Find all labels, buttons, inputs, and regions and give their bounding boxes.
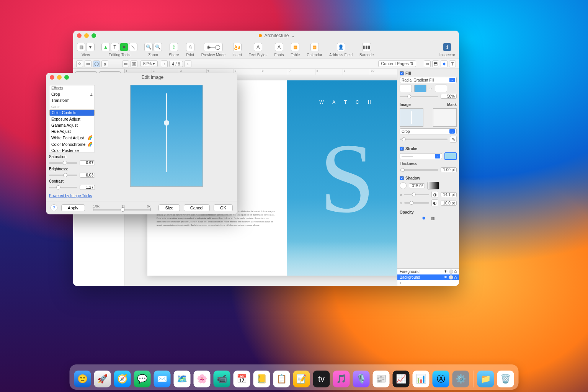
dock-contacts-icon[interactable]: 📒 bbox=[253, 371, 270, 387]
minimize-icon[interactable] bbox=[84, 33, 89, 38]
insp-tab-text-icon[interactable]: T bbox=[449, 60, 456, 67]
help-button[interactable]: ? bbox=[51, 204, 57, 211]
fill-opacity-slider[interactable] bbox=[400, 96, 438, 97]
brightness-value[interactable]: 0.03 bbox=[80, 173, 95, 178]
image-edit-button[interactable]: ✎ bbox=[450, 136, 457, 143]
nav-text-icon[interactable]: a bbox=[101, 60, 108, 67]
effect-white-point-adjust[interactable]: White Point Adjust🌈 bbox=[49, 134, 95, 141]
fill-center-swatch[interactable] bbox=[400, 85, 412, 92]
dock-facetime-icon[interactable]: 📹 bbox=[214, 371, 230, 387]
contrast-slider[interactable] bbox=[49, 187, 77, 188]
stroke-color-swatch[interactable] bbox=[444, 152, 457, 160]
insp-tab-geom-icon[interactable]: ⬒ bbox=[432, 60, 439, 67]
cancel-button[interactable]: Cancel bbox=[184, 204, 210, 211]
shadow-blur-value[interactable]: 10.0 pt bbox=[441, 201, 457, 206]
fill-checkbox[interactable]: ✓ bbox=[400, 71, 404, 75]
effect-gamma-adjust[interactable]: Gamma Adjust bbox=[49, 122, 95, 128]
view-sidebar-button[interactable]: ▥ bbox=[77, 43, 85, 51]
shadow-color-swatch[interactable] bbox=[427, 182, 439, 189]
dock-photos-icon[interactable]: 🌸 bbox=[194, 371, 211, 387]
line-tool-button[interactable]: ＼ bbox=[129, 43, 137, 51]
nav-home-icon[interactable]: ☆ bbox=[76, 60, 83, 67]
preview-mode-button[interactable]: ◉—◯ bbox=[204, 43, 223, 51]
dock-safari-icon[interactable]: 🧭 bbox=[114, 371, 131, 387]
layout-spread-icon[interactable]: ▯▯ bbox=[131, 60, 137, 67]
effect-color-monochrome[interactable]: Color Monochrome🌈 bbox=[49, 141, 95, 147]
saturation-slider[interactable] bbox=[49, 162, 77, 164]
dialog-close-icon[interactable] bbox=[50, 75, 54, 80]
dock-music-icon[interactable]: 🎵 bbox=[333, 371, 350, 387]
chevron-down-icon[interactable]: ⌄ bbox=[291, 33, 295, 38]
effect-exposure-adjust[interactable]: Exposure Adjust bbox=[49, 116, 95, 122]
inspector-button[interactable]: ℹ bbox=[443, 43, 451, 51]
calendar-button[interactable]: ▦ bbox=[310, 43, 319, 51]
layer-background[interactable]: Background👁 ⚪ ⎙ bbox=[397, 274, 459, 280]
insp-tab-doc-icon[interactable]: ▭ bbox=[424, 60, 431, 67]
image-mode-dropdown[interactable]: Crop⌄ bbox=[400, 128, 457, 134]
insert-button[interactable]: A̲a bbox=[233, 43, 242, 51]
dock-launchpad-icon[interactable]: 🚀 bbox=[94, 371, 111, 387]
shape-tool-button[interactable]: ■ bbox=[120, 43, 128, 51]
opacity-mode-grid-icon[interactable]: ▦ bbox=[431, 216, 434, 220]
ok-button[interactable]: OK bbox=[214, 204, 233, 211]
dock-downloads-icon[interactable]: 📁 bbox=[477, 371, 494, 387]
shadow-offset-value[interactable]: 14.1 pt bbox=[441, 192, 457, 197]
content-pages-dropdown[interactable]: Content Pages ⇅ bbox=[378, 60, 416, 67]
size-button[interactable]: Size bbox=[158, 204, 180, 211]
dock-tv-icon[interactable]: tv bbox=[313, 371, 330, 387]
view-dropdown-button[interactable]: ▾ bbox=[86, 43, 95, 51]
dock-news-icon[interactable]: 📰 bbox=[373, 371, 390, 387]
dialog-zoom-icon[interactable] bbox=[64, 75, 69, 80]
dock-podcasts-icon[interactable]: 🎙️ bbox=[353, 371, 370, 387]
fill-opacity-value[interactable]: 50% bbox=[441, 94, 457, 99]
layer-foreground[interactable]: Foreground👁 ⚪ ⎙ bbox=[397, 269, 459, 274]
stroke-checkbox[interactable]: ✓ bbox=[400, 147, 404, 151]
address-field-button[interactable]: 👤 bbox=[337, 43, 345, 51]
zoom-in-button[interactable]: 🔍 bbox=[144, 43, 153, 51]
dock-keynote-icon[interactable]: 📊 bbox=[413, 371, 430, 387]
insp-tab-appearance-icon[interactable]: ◆ bbox=[441, 60, 448, 67]
nav-shapes-icon[interactable]: ◯ bbox=[93, 60, 100, 67]
close-icon[interactable] bbox=[77, 33, 82, 38]
fill-color2-swatch[interactable] bbox=[435, 85, 447, 92]
shadow-offset-slider[interactable] bbox=[404, 194, 429, 195]
dock-finder-icon[interactable]: 🙂 bbox=[74, 371, 91, 387]
zoom-out-button[interactable]: 🔍 bbox=[154, 43, 162, 51]
text-styles-button[interactable]: A bbox=[254, 43, 262, 51]
apply-button[interactable]: Apply bbox=[61, 204, 85, 211]
dock-appstore-icon[interactable]: Ⓐ bbox=[433, 371, 449, 387]
stroke-style-dropdown[interactable]: ———⌄ bbox=[400, 153, 442, 159]
dock-notes-icon[interactable]: 📝 bbox=[293, 371, 310, 387]
page-right[interactable]: W A T C H S bbox=[287, 80, 397, 276]
text-tool-button[interactable]: T bbox=[111, 43, 119, 51]
page-next-button[interactable]: › bbox=[185, 60, 191, 67]
fonts-button[interactable]: A bbox=[275, 43, 283, 51]
share-button[interactable]: ⇪ bbox=[170, 43, 178, 51]
zoom-value-dropdown[interactable]: 52% ▾ bbox=[140, 60, 158, 67]
opacity-mode-single-icon[interactable]: ⬢ bbox=[422, 216, 426, 220]
page-prev-button[interactable]: ‹ bbox=[161, 60, 168, 67]
thickness-value[interactable]: 1.00 pt bbox=[441, 167, 457, 172]
effect-hue-adjust[interactable]: Hue Adjust bbox=[49, 128, 95, 134]
dock-maps-icon[interactable]: 🗺️ bbox=[174, 371, 191, 387]
dialog-minimize-icon[interactable] bbox=[57, 75, 62, 80]
thickness-slider[interactable] bbox=[400, 169, 438, 171]
print-button[interactable]: ⎙ bbox=[186, 43, 194, 51]
shadow-blur-slider[interactable] bbox=[404, 202, 429, 204]
dock-mail-icon[interactable]: ✉️ bbox=[154, 371, 171, 387]
layout-single-icon[interactable]: ▭ bbox=[122, 60, 129, 67]
fill-type-dropdown[interactable]: Radial Gradient Fill⌄ bbox=[400, 77, 457, 83]
dock-stocks-icon[interactable]: 📈 bbox=[393, 371, 410, 387]
contrast-value[interactable]: 1.27 bbox=[80, 185, 95, 190]
barcode-button[interactable]: ▮▮▮ bbox=[362, 43, 371, 51]
size-slider[interactable] bbox=[93, 209, 150, 211]
effect-crop[interactable]: Crop⟂ bbox=[49, 91, 95, 97]
mask-thumbnail[interactable] bbox=[433, 108, 457, 127]
effect-color-controls[interactable]: Color Controls bbox=[49, 109, 95, 116]
effect-color-posterize[interactable]: Color Posterize bbox=[49, 147, 95, 152]
powered-by-link[interactable]: Powered by Image Tricks bbox=[49, 191, 95, 198]
dock-trash-icon[interactable]: 🗑️ bbox=[497, 371, 514, 387]
select-tool-button[interactable]: ▲ bbox=[101, 43, 110, 51]
dock-calendar-icon[interactable]: 📅 bbox=[234, 371, 250, 387]
saturation-value[interactable]: 0.97 bbox=[80, 160, 95, 165]
